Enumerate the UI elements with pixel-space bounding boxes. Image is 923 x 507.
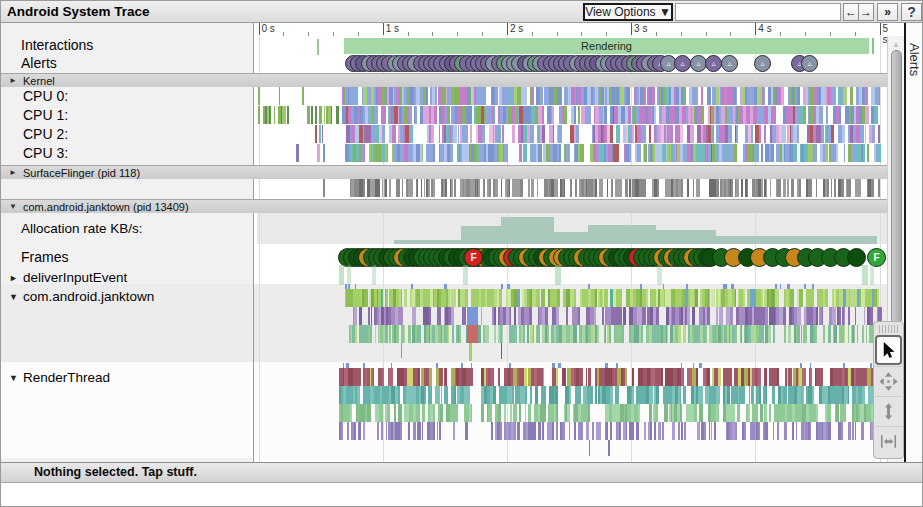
ruler-label: 3 s: [634, 23, 647, 34]
ruler-label: 0 s: [262, 23, 275, 34]
thread-label: deliverInputEvent: [23, 270, 127, 285]
page-title: Android System Trace: [7, 4, 150, 19]
row-label-deliverinputevent[interactable]: ► deliverInputEvent: [9, 270, 127, 285]
expand-panel-button[interactable]: »: [877, 3, 898, 21]
section-header-label: SurfaceFlinger (pid 118): [23, 167, 140, 179]
renderthread-purple-track[interactable]: [1, 422, 923, 440]
find-previous-button[interactable]: ←: [843, 3, 859, 21]
row-label-interactions: Interactions: [21, 37, 93, 53]
alert-circle[interactable]: ▵: [705, 55, 722, 72]
section-header-label: Kernel: [23, 75, 55, 87]
selection-detail-panel: [1, 484, 922, 507]
row-label-allocation: Allocation rate KB/s:: [21, 221, 143, 236]
title-bar: Android System Trace View Options ▼ ← → …: [1, 1, 922, 23]
cpu2-track[interactable]: [1, 125, 923, 143]
janktown-teal-track[interactable]: [1, 325, 923, 343]
alert-circle[interactable]: ▵: [721, 55, 738, 72]
find-next-button[interactable]: →: [858, 3, 874, 21]
app-window: 0 s1 s2 s3 s4 s5 s Interactions Alerts R…: [0, 0, 923, 507]
cursor-icon: [879, 341, 898, 360]
tool-palette: [873, 321, 904, 459]
section-header-surfaceflinger[interactable]: ► SurfaceFlinger (pid 118): [1, 165, 887, 179]
ruler-label: 2 s: [510, 23, 523, 34]
alert-circle[interactable]: ▵: [801, 55, 818, 72]
help-button[interactable]: ?: [901, 3, 922, 21]
ruler-major-tick: [383, 23, 384, 35]
ruler-label: 1 s: [386, 23, 399, 34]
zoom-tool-button[interactable]: [875, 396, 902, 425]
tool-palette-grip[interactable]: [879, 325, 898, 333]
cpu1-track[interactable]: [1, 106, 923, 124]
cpu3-track[interactable]: [1, 144, 923, 162]
ruler-major-tick: [880, 23, 881, 35]
timing-select-icon: [878, 432, 899, 451]
ruler-label: 4 s: [758, 23, 771, 34]
expand-arrow-icon[interactable]: ▼: [9, 202, 17, 211]
select-tool-button[interactable]: [875, 335, 902, 365]
alert-circle[interactable]: ▵: [754, 55, 771, 72]
timing-tool-button[interactable]: [875, 426, 902, 455]
renderthread-maroon-track[interactable]: [1, 368, 923, 386]
pan-tool-button[interactable]: [875, 366, 902, 395]
section-header-process[interactable]: ▼ com.android.janktown (pid 13409): [1, 199, 887, 213]
row-label-frames: Frames: [21, 249, 68, 265]
alerts-sidebar[interactable]: Alerts: [906, 23, 923, 462]
renderthread-green-track[interactable]: [1, 404, 923, 422]
scrollbar-thumb[interactable]: [891, 50, 902, 324]
surfaceflinger-track[interactable]: [1, 179, 923, 197]
cpu0-track[interactable]: [1, 87, 923, 105]
collapse-arrow-icon[interactable]: ►: [9, 76, 17, 85]
ruler-major-tick: [631, 23, 632, 35]
ruler-major-tick: [259, 23, 260, 35]
ruler-major-tick: [755, 23, 756, 35]
janktown-purple-track[interactable]: [1, 307, 923, 325]
row-label-alerts: Alerts: [21, 55, 57, 71]
collapse-arrow-icon[interactable]: ►: [9, 273, 18, 283]
alert-circle[interactable]: ▵: [674, 55, 691, 72]
rendering-interaction-bar[interactable]: Rendering: [344, 38, 869, 54]
status-bar: Nothing selected. Tap stuff.: [1, 463, 922, 483]
view-options-button[interactable]: View Options ▼: [583, 3, 673, 21]
collapse-arrow-icon[interactable]: ►: [9, 168, 17, 177]
section-header-kernel[interactable]: ► Kernel: [1, 73, 887, 87]
section-header-label: com.android.janktown (pid 13409): [23, 201, 189, 213]
scrollbar-up-icon[interactable]: ▲: [892, 40, 900, 49]
pan-icon: [878, 371, 899, 392]
find-input[interactable]: [675, 3, 841, 21]
vertical-zoom-icon: [879, 401, 898, 422]
ruler-major-tick: [507, 23, 508, 35]
alerts-sidebar-label: Alerts: [907, 43, 922, 76]
janktown-green-track[interactable]: [1, 289, 923, 307]
timeline-ruler[interactable]: 0 s1 s2 s3 s4 s5 s: [257, 23, 887, 36]
renderthread-teal-track[interactable]: [1, 386, 923, 404]
